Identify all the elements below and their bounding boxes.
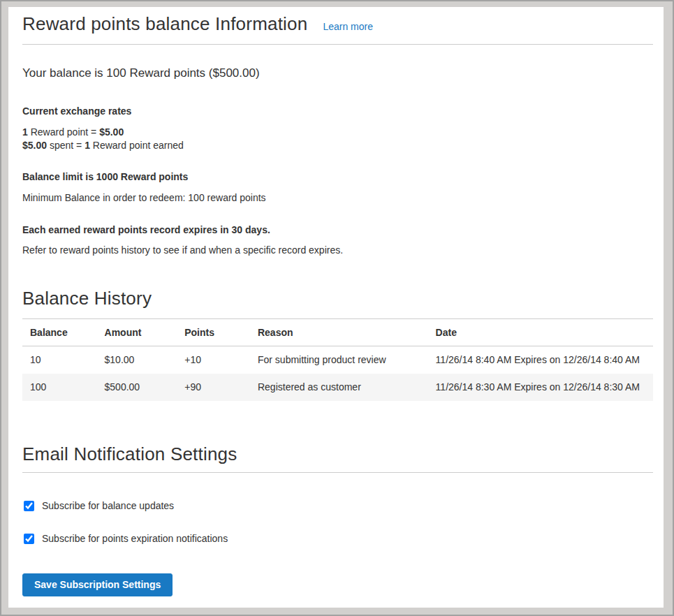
learn-more-link[interactable]: Learn more bbox=[323, 21, 373, 32]
cell-amount: $500.00 bbox=[97, 374, 177, 401]
exchange-value: 1 bbox=[85, 140, 90, 151]
balance-history-heading: Balance History bbox=[22, 287, 653, 310]
exchange-text: Reward point = bbox=[28, 126, 99, 138]
column-header-points: Points bbox=[177, 319, 250, 346]
table-row: 100 $500.00 +90 Registered as customer 1… bbox=[22, 374, 653, 401]
column-header-date: Date bbox=[428, 319, 653, 346]
column-header-amount: Amount bbox=[97, 319, 177, 346]
table-body: 10 $10.00 +10 For submitting product rev… bbox=[22, 346, 653, 402]
balance-updates-label[interactable]: Subscribe for balance updates bbox=[42, 499, 174, 513]
expiration-note: Refer to reward points history to see if… bbox=[22, 244, 653, 256]
exchange-rate-line-earn: $5.00 spent = 1 Reward point earned bbox=[22, 139, 653, 152]
email-notification-settings-heading: Email Notification Settings bbox=[22, 443, 653, 466]
cell-date: 11/26/14 8:40 AM Expires on 12/26/14 8:4… bbox=[428, 346, 653, 374]
balance-limit-text: Balance limit is 1000 Reward points bbox=[22, 170, 653, 183]
exchange-text: Reward point earned bbox=[90, 140, 184, 151]
exchange-text: spent = bbox=[47, 140, 85, 151]
reward-points-panel: Reward points balance Information Learn … bbox=[8, 7, 664, 608]
balance-updates-checkbox[interactable] bbox=[24, 501, 34, 511]
save-subscription-settings-button[interactable]: Save Subscription Settings bbox=[22, 573, 173, 596]
expiration-heading: Each earned reward points record expires… bbox=[22, 223, 653, 236]
expiration-notifications-label[interactable]: Subscribe for points expiration notifica… bbox=[42, 532, 228, 545]
table-header-row: Balance Amount Points Reason Date bbox=[22, 319, 653, 346]
subscribe-balance-updates-field: Subscribe for balance updates bbox=[22, 499, 653, 513]
page-background: { "theme": { "accent_blue": "#1979c3", "… bbox=[0, 0, 674, 616]
subscribe-expiration-field: Subscribe for points expiration notifica… bbox=[22, 532, 653, 545]
balance-summary: Your balance is 100 Reward points ($500.… bbox=[22, 65, 653, 82]
exchange-value: $5.00 bbox=[22, 140, 47, 151]
exchange-rates-block: 1 Reward point = $5.00 $5.00 spent = 1 R… bbox=[22, 126, 653, 152]
balance-history-table: Balance Amount Points Reason Date 10 $10… bbox=[22, 318, 653, 401]
cell-date: 11/26/14 8:30 AM Expires on 12/26/14 8:3… bbox=[428, 374, 653, 401]
column-header-balance: Balance bbox=[22, 319, 97, 346]
minimum-balance-text: Minimum Balance in order to redeem: 100 … bbox=[22, 191, 653, 204]
table-row: 10 $10.00 +10 For submitting product rev… bbox=[22, 346, 653, 374]
table-header: Balance Amount Points Reason Date bbox=[22, 319, 653, 346]
exchange-value: 1 bbox=[22, 126, 28, 138]
cell-balance: 100 bbox=[22, 374, 97, 401]
cell-points: +10 bbox=[177, 346, 250, 374]
cell-reason: Registered as customer bbox=[250, 374, 428, 401]
cell-amount: $10.00 bbox=[97, 346, 177, 374]
column-header-reason: Reason bbox=[250, 319, 428, 346]
exchange-value: $5.00 bbox=[99, 126, 124, 138]
cell-points: +90 bbox=[177, 374, 250, 401]
exchange-rate-line-redeem: 1 Reward point = $5.00 bbox=[22, 126, 653, 139]
email-settings-header-row: Email Notification Settings bbox=[22, 443, 653, 473]
expiration-notifications-checkbox[interactable] bbox=[24, 534, 34, 544]
page-title-row: Reward points balance Information Learn … bbox=[22, 13, 653, 45]
cell-balance: 10 bbox=[22, 346, 97, 374]
exchange-rates-heading: Current exchange rates bbox=[22, 105, 653, 117]
cell-reason: For submitting product review bbox=[250, 346, 428, 374]
page-title: Reward points balance Information bbox=[22, 13, 307, 36]
